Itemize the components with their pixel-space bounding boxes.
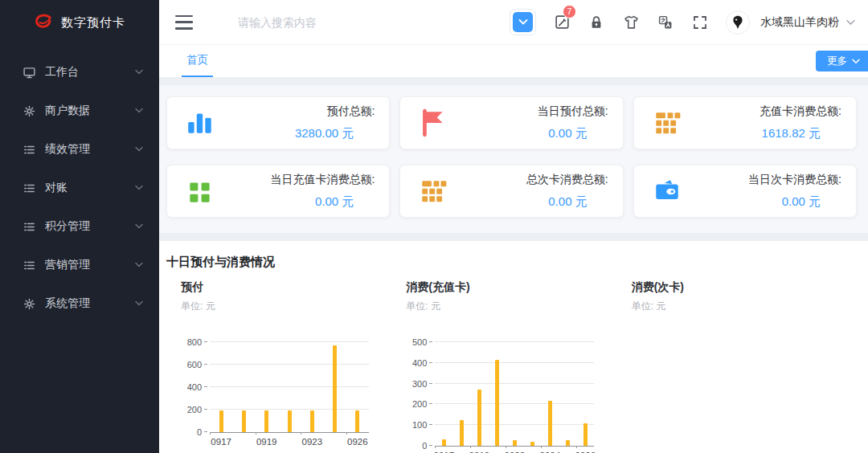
- sidebar-item-merchant-data[interactable]: 商户数据: [0, 92, 159, 130]
- username[interactable]: 水域黑山羊肉粉: [760, 15, 839, 30]
- app-logo: 数字预付卡: [0, 0, 159, 45]
- theme-tshirt-button[interactable]: [622, 14, 640, 31]
- app-title: 数字预付卡: [61, 15, 125, 31]
- gridline: [210, 409, 369, 410]
- bar: [333, 345, 337, 433]
- gridline: [435, 362, 594, 363]
- app-window: 数字预付卡 工作台 商户数据: [0, 0, 868, 453]
- stat-card-today-recharge-consume: 当日充值卡消费总额: 0.00 元: [166, 165, 390, 218]
- message-tools-button[interactable]: 7: [553, 14, 571, 31]
- sidebar-item-points[interactable]: 积分管理: [0, 207, 159, 246]
- gridline: [435, 383, 594, 384]
- translate-button[interactable]: [657, 14, 674, 31]
- sidebar-item-label: 商户数据: [45, 104, 135, 118]
- bar: [566, 440, 570, 446]
- gridline: [210, 386, 369, 387]
- bar: [460, 420, 464, 446]
- grid-4-icon: [185, 176, 215, 206]
- chart-grid: 0100200300400500: [435, 342, 594, 447]
- chart-grid: 0200400600800: [210, 342, 369, 433]
- bar: [530, 442, 534, 446]
- chart-subtitle: 单位: 元: [181, 300, 406, 313]
- chart-1: 预付单位: 元02004006008000917091909230926: [181, 280, 406, 453]
- chevron-down-icon: [852, 59, 860, 64]
- chevron-down-icon: [513, 12, 533, 32]
- lock-button[interactable]: [588, 14, 605, 31]
- y-axis-label: 100: [401, 421, 427, 430]
- sidebar-item-system[interactable]: 系统管理: [0, 284, 159, 323]
- chart-plot: 0200400600800: [181, 342, 406, 433]
- y-tick: [429, 403, 432, 404]
- list-icon: [23, 182, 36, 195]
- avatar[interactable]: [726, 10, 750, 35]
- search-input[interactable]: [238, 16, 503, 29]
- bar: [242, 410, 246, 432]
- y-axis-label: 0: [176, 428, 202, 437]
- gridline: [210, 341, 369, 342]
- grid-9-icon: [652, 108, 682, 138]
- stat-card-times-card-total: 总次卡消费总额: 0.00 元: [399, 165, 623, 218]
- topbar-actions: 7: [510, 9, 855, 35]
- sidebar-item-reconciliation[interactable]: 对账: [0, 169, 159, 207]
- charts-section: 十日预付与消费情况 预付单位: 元02004006008000917091909…: [159, 241, 868, 453]
- y-tick: [429, 362, 432, 363]
- hamburger-menu-icon[interactable]: [175, 15, 193, 30]
- divider: [159, 77, 868, 85]
- sidebar-item-label: 积分管理: [45, 219, 135, 234]
- monitor-icon: [23, 66, 36, 80]
- bar: [548, 401, 552, 446]
- x-axis-labels: 0917091909230926: [210, 437, 369, 450]
- x-axis-label: 0919: [256, 437, 277, 447]
- bar: [442, 439, 446, 446]
- bar-chart-icon: [185, 108, 215, 138]
- bar: [355, 410, 359, 432]
- bar: [513, 440, 517, 446]
- more-button[interactable]: 更多: [816, 51, 868, 71]
- sidebar-item-marketing[interactable]: 营销管理: [0, 246, 159, 284]
- stat-value: 3280.00 元: [295, 126, 375, 141]
- select-toggle-button[interactable]: [510, 9, 536, 35]
- tabbar: 首页 更多: [159, 45, 868, 77]
- y-axis-label: 500: [401, 338, 427, 347]
- fullscreen-button[interactable]: [691, 14, 709, 31]
- divider: [159, 233, 868, 241]
- y-axis-label: 300: [401, 379, 427, 388]
- chart-plot: 0100200300400500: [406, 342, 631, 447]
- chart-title: 消费(次卡): [632, 280, 857, 295]
- stat-value: 0.00 元: [782, 194, 841, 210]
- list-icon: [23, 143, 36, 157]
- x-axis-label: 0923: [301, 437, 322, 447]
- x-tick: [435, 446, 436, 448]
- y-axis-label: 800: [176, 338, 202, 347]
- x-tick: [470, 446, 471, 448]
- chevron-down-icon: [135, 300, 143, 307]
- y-tick: [204, 341, 207, 342]
- bar: [310, 410, 314, 432]
- bar: [583, 423, 588, 446]
- y-tick: [204, 431, 207, 432]
- y-tick: [204, 386, 207, 387]
- stat-label: 当日预付总额:: [538, 104, 608, 119]
- sidebar-item-performance[interactable]: 绩效管理: [0, 130, 159, 169]
- stat-label: 总次卡消费总额:: [526, 173, 608, 187]
- x-tick: [506, 446, 506, 448]
- sidebar-item-label: 绩效管理: [45, 142, 135, 157]
- sidebar-menu: 工作台 商户数据 绩效管理: [0, 45, 159, 323]
- stat-card-today-prepaid: 当日预付总额: 0.00 元: [399, 96, 623, 149]
- sidebar-item-workbench[interactable]: 工作台: [0, 53, 159, 92]
- section-title: 十日预付与消费情况: [166, 255, 857, 270]
- sidebar: 数字预付卡 工作台 商户数据: [0, 0, 159, 453]
- stat-card-recharge-consume-total: 充值卡消费总额: 1618.82 元: [633, 96, 857, 149]
- y-axis-label: 0: [401, 442, 427, 451]
- more-button-label: 更多: [827, 55, 847, 68]
- x-tick: [210, 432, 211, 435]
- sidebar-item-label: 工作台: [45, 65, 135, 80]
- list-icon: [23, 259, 36, 272]
- chevron-down-icon[interactable]: [846, 19, 855, 26]
- x-tick: [256, 432, 256, 435]
- y-tick: [429, 383, 432, 384]
- y-tick: [429, 445, 432, 446]
- gridline: [210, 364, 369, 365]
- tab-home[interactable]: 首页: [182, 45, 213, 77]
- chart-2: 消费(充值卡)单位: 元0100200300400500091709190922…: [406, 280, 631, 453]
